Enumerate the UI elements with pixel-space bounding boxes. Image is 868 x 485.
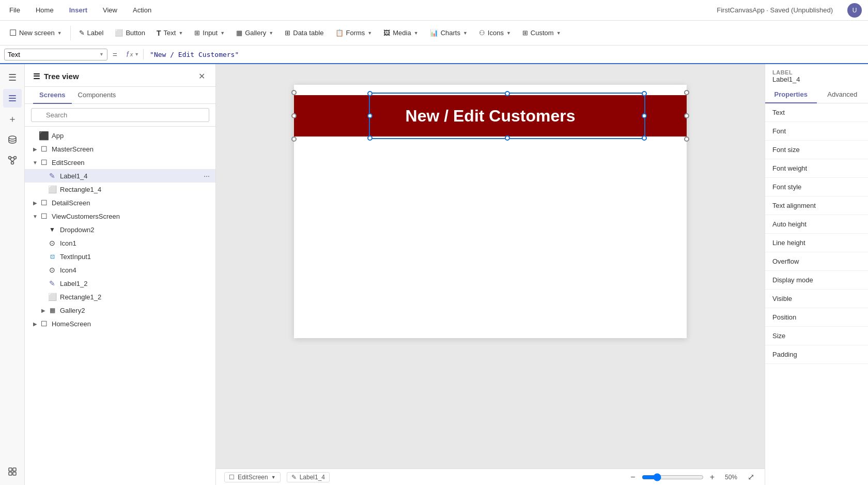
shape-icon: ⬜ xyxy=(48,185,57,194)
formula-property-select[interactable]: Text ▼ xyxy=(4,49,107,60)
charts-button[interactable]: 📊 Charts ▼ xyxy=(425,26,473,39)
tree-item-label1-4[interactable]: ✎ Label1_4 ··· xyxy=(25,169,215,183)
prop-display-mode[interactable]: Display mode xyxy=(765,271,868,290)
media-button[interactable]: 🖼 Media ▼ xyxy=(378,26,423,39)
tree-item-detailscreen[interactable]: ▶ ☐ DetailScreen xyxy=(25,196,215,209)
outer-handle-tr[interactable] xyxy=(684,90,689,95)
prop-text-alignment[interactable]: Text alignment xyxy=(765,196,868,215)
tree-item-homescreen[interactable]: ▶ ☐ HomeScreen xyxy=(25,317,215,330)
handle-middle-right[interactable] xyxy=(642,113,647,118)
sidebar-hamburger-icon[interactable]: ☰ xyxy=(3,68,22,87)
label-button[interactable]: ✎ Label xyxy=(74,26,109,39)
tree-item-viewcustomersscreen[interactable]: ▼ ☐ ViewCustomersScreen xyxy=(25,209,215,223)
tree-item-editscreen[interactable]: ▼ ☐ EditScreen xyxy=(25,156,215,169)
handle-bottom-left[interactable] xyxy=(367,135,373,141)
tree-item-dropdown2[interactable]: ▼ Dropdown2 xyxy=(25,223,215,236)
right-panel-element-name: Label1_4 xyxy=(772,75,861,83)
sidebar-variables-icon[interactable] xyxy=(3,462,22,481)
tree-search-input[interactable] xyxy=(31,108,209,122)
right-panel-content: Text Font Font size Font weight Font sty… xyxy=(765,103,868,485)
menu-view[interactable]: View xyxy=(100,4,120,16)
text-button[interactable]: T Text ▼ xyxy=(151,26,188,40)
svg-rect-10 xyxy=(9,468,12,471)
new-screen-label: New screen xyxy=(19,29,55,37)
handle-top-left[interactable] xyxy=(367,91,373,96)
tab-advanced[interactable]: Advanced xyxy=(817,86,869,103)
status-screen-selector[interactable]: ☐ EditScreen ▼ xyxy=(224,472,281,482)
zoom-in-button[interactable]: + xyxy=(708,473,717,482)
right-panel: LABEL Label1_4 Properties Advanced Text … xyxy=(765,64,868,485)
svg-point-5 xyxy=(13,157,16,159)
prop-position[interactable]: Position xyxy=(765,308,868,327)
zoom-out-button[interactable]: − xyxy=(628,473,637,482)
prop-line-height[interactable]: Line height xyxy=(765,234,868,252)
data-table-button[interactable]: ⊞ Data table xyxy=(280,26,329,39)
canvas-area[interactable]: New / Edit Customers xyxy=(216,64,765,485)
handle-bottom-center[interactable] xyxy=(505,135,510,141)
tab-screens[interactable]: Screens xyxy=(33,87,72,104)
button-button[interactable]: ⬜ Button xyxy=(110,26,150,39)
prop-size[interactable]: Size xyxy=(765,327,868,345)
tree-close-button[interactable]: ✕ xyxy=(196,70,207,82)
tree-item-gallery2[interactable]: ▶ ▦ Gallery2 xyxy=(25,304,215,317)
formula-input[interactable] xyxy=(147,49,864,60)
zoom-slider[interactable] xyxy=(642,473,704,481)
prop-font[interactable]: Font xyxy=(765,122,868,141)
prop-visible[interactable]: Visible xyxy=(765,290,868,308)
menu-insert[interactable]: Insert xyxy=(66,4,90,16)
handle-top-center[interactable] xyxy=(505,91,510,96)
handle-top-right[interactable] xyxy=(642,91,647,96)
prop-font-weight[interactable]: Font weight xyxy=(765,159,868,178)
user-avatar[interactable]: U xyxy=(847,3,862,18)
textinput-icon: ⊡ xyxy=(48,252,57,261)
shape-icon: ⬜ xyxy=(48,292,57,301)
sidebar-connections-icon[interactable] xyxy=(3,151,22,170)
tab-properties[interactable]: Properties xyxy=(765,86,817,103)
prop-font-style[interactable]: Font style xyxy=(765,178,868,196)
prop-font-size[interactable]: Font size xyxy=(765,141,868,159)
tree-item-rectangle1-4[interactable]: ⬜ Rectangle1_4 xyxy=(25,183,215,196)
menu-home[interactable]: Home xyxy=(33,4,57,16)
sidebar-layers-icon[interactable] xyxy=(3,89,22,108)
input-button[interactable]: ⊞ Input ▼ xyxy=(189,26,230,39)
tree-item-label1-2[interactable]: ✎ Label1_2 xyxy=(25,277,215,290)
input-icon: ⊞ xyxy=(194,29,200,37)
tree-item-icon4[interactable]: ⊙ Icon4 xyxy=(25,263,215,277)
handle-middle-left[interactable] xyxy=(367,113,373,118)
tree-item-app[interactable]: ⬛ App xyxy=(25,129,215,142)
dropdown-icon: ▼ xyxy=(48,225,57,234)
tab-components[interactable]: Components xyxy=(72,87,122,104)
new-screen-button[interactable]: ☐ New screen ▼ xyxy=(4,25,67,40)
tree-item-masterscreen[interactable]: ▶ ☐ MasterScreen xyxy=(25,142,215,156)
svg-point-6 xyxy=(11,162,13,164)
button-label: Button xyxy=(126,29,145,37)
prop-text[interactable]: Text xyxy=(765,103,868,122)
outer-handle-bl[interactable] xyxy=(291,137,297,142)
tree-item-icon1[interactable]: ⊙ Icon1 xyxy=(25,236,215,250)
custom-button[interactable]: ⊞ Custom ▼ xyxy=(517,26,566,39)
formula-fx-button[interactable]: f x ▼ xyxy=(122,49,144,59)
item-label: Icon1 xyxy=(60,239,211,247)
forms-button[interactable]: 📋 Forms ▼ xyxy=(330,26,378,39)
tree-item-textinput1[interactable]: ⊡ TextInput1 xyxy=(25,250,215,263)
outer-handle-tl[interactable] xyxy=(291,90,297,95)
icons-button[interactable]: ⚇ Icons ▼ xyxy=(474,26,516,39)
prop-auto-height[interactable]: Auto height xyxy=(765,215,868,234)
tree-item-rectangle1-2[interactable]: ⬜ Rectangle1_2 xyxy=(25,290,215,304)
menu-file[interactable]: File xyxy=(6,4,23,16)
sidebar-add-icon[interactable]: ＋ xyxy=(3,110,22,128)
more-actions-button[interactable]: ··· xyxy=(202,172,211,180)
icons-label: Icons xyxy=(488,29,504,37)
fullscreen-button[interactable]: ⤢ xyxy=(746,472,756,482)
handle-bottom-right[interactable] xyxy=(642,135,647,141)
menu-action[interactable]: Action xyxy=(130,4,154,16)
status-label-selector[interactable]: ✎ Label1_4 xyxy=(287,472,330,482)
app-title: FirstCanvasApp · Saved (Unpublished) xyxy=(717,6,833,14)
prop-padding[interactable]: Padding xyxy=(765,345,868,364)
svg-point-4 xyxy=(8,157,11,159)
label-icon: ✎ xyxy=(48,171,57,180)
outer-handle-br[interactable] xyxy=(684,137,689,142)
gallery-button[interactable]: ▦ Gallery ▼ xyxy=(231,26,278,39)
sidebar-data-icon[interactable] xyxy=(3,130,22,149)
prop-overflow[interactable]: Overflow xyxy=(765,252,868,271)
